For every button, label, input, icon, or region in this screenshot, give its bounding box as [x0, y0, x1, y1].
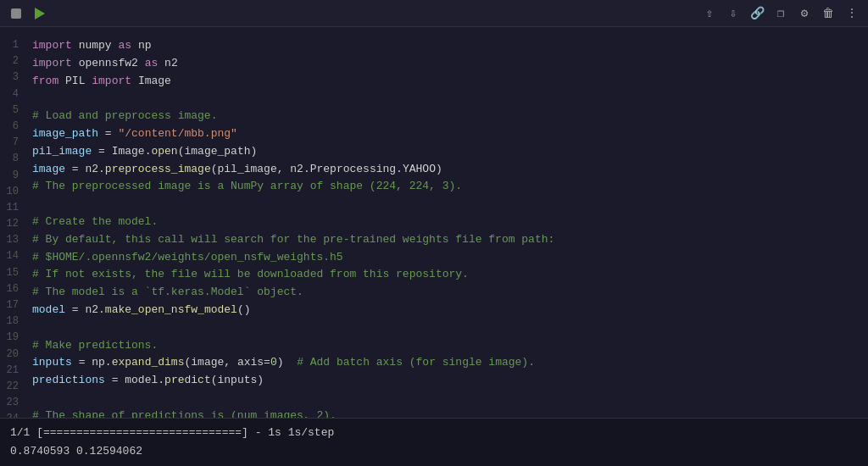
link-icon[interactable]: 🔗: [748, 4, 766, 23]
stop-icon: [11, 8, 21, 19]
code-editor[interactable]: import numpy as np import opennsfw2 as n…: [25, 27, 868, 418]
play-icon: [35, 8, 45, 19]
code-icon[interactable]: ❐: [771, 4, 790, 23]
toolbar-left: [7, 4, 49, 23]
stop-button[interactable]: [7, 4, 25, 23]
run-button[interactable]: [31, 4, 49, 23]
more-icon[interactable]: ⋮: [843, 4, 861, 23]
output-bar: 1/1 [==============================] - 1…: [0, 418, 868, 466]
up-arrow-icon[interactable]: ⇧: [700, 4, 719, 23]
settings-icon[interactable]: ⚙: [795, 4, 814, 23]
line-numbers: 1 2 3 4 5 6 7 8 9 10 11 12 13 14 15 16 1…: [0, 27, 25, 418]
output-line-1: 1/1 [==============================] - 1…: [10, 424, 858, 442]
delete-icon[interactable]: 🗑: [819, 4, 837, 23]
toolbar: ⇧ ⇩ 🔗 ❐ ⚙ 🗑 ⋮: [0, 0, 868, 27]
toolbar-right: ⇧ ⇩ 🔗 ❐ ⚙ 🗑 ⋮: [700, 4, 861, 23]
down-arrow-icon[interactable]: ⇩: [724, 4, 743, 23]
output-line-2: 0.8740593 0.12594062: [10, 442, 858, 461]
code-content: import numpy as np import opennsfw2 as n…: [32, 37, 858, 418]
main-area: 1 2 3 4 5 6 7 8 9 10 11 12 13 14 15 16 1…: [0, 27, 868, 418]
